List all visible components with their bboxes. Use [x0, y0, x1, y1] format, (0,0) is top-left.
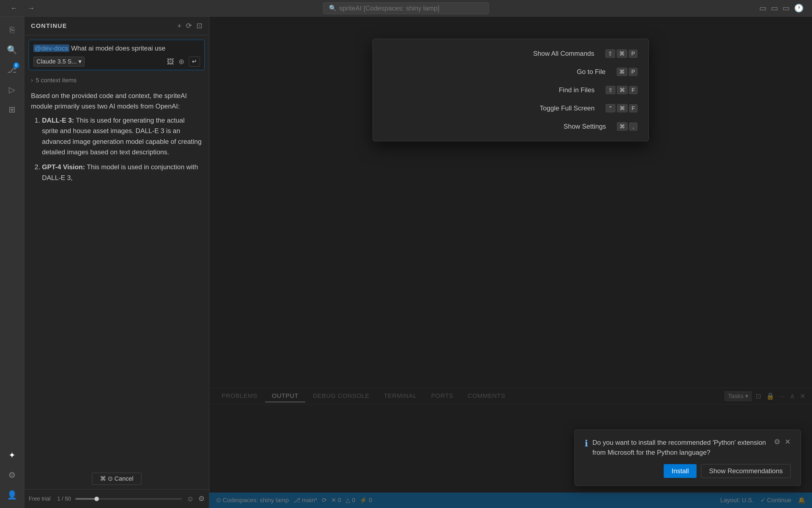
activity-bottom: ✦ ⚙ 👤: [3, 446, 21, 508]
notification-close-button[interactable]: ✕: [785, 437, 791, 446]
key-ctrl: ⌃: [606, 104, 615, 112]
show-recommendations-button[interactable]: Show Recommendations: [701, 464, 791, 478]
command-toggle-fullscreen-keys: ⌃ ⌘ F: [606, 104, 638, 112]
sidebar-header-icons: + ⟳ ⊡: [177, 22, 202, 30]
explorer-icon: ⎘: [10, 25, 15, 35]
item-2-title: GPT-4 Vision:: [42, 163, 87, 171]
info-icon: ℹ: [585, 438, 588, 449]
chat-input-container[interactable]: @dev-docs What ai model does spriteai us…: [29, 40, 205, 70]
key-comma: ,: [629, 123, 638, 131]
notification-settings-button[interactable]: ⚙: [774, 437, 780, 446]
activity-explorer[interactable]: ⎘: [3, 21, 21, 39]
command-palette: Show All Commands ⇧ ⌘ P Go to File ⌘ P F…: [373, 39, 649, 141]
window-icon-1[interactable]: ▭: [759, 4, 766, 13]
activity-search[interactable]: 🔍: [3, 41, 21, 58]
trial-icon-1[interactable]: ☺: [187, 495, 194, 503]
chevron-down-icon: ▾: [78, 58, 81, 65]
notification-text: Do you want to install the recommended '…: [593, 437, 769, 458]
chat-input-footer: Claude 3.5 S... ▾ 🖼 ⊕ ↵: [33, 56, 200, 67]
model-label: Claude 3.5 S...: [36, 58, 77, 65]
image-icon[interactable]: 🖼: [167, 57, 174, 66]
layout-icon[interactable]: ⊡: [196, 22, 202, 30]
settings-icon: ⚙: [8, 470, 16, 480]
message-intro: Based on the provided code and context, …: [31, 91, 202, 112]
command-show-settings-label: Show Settings: [384, 123, 617, 130]
trial-icons: ☺ ⚙: [187, 495, 205, 503]
titlebar-search[interactable]: 🔍: [323, 2, 489, 14]
trial-counter: 1 / 50: [57, 496, 71, 502]
command-item-goto-file[interactable]: Go to File ⌘ P: [373, 63, 649, 81]
window-icon-2[interactable]: ▭: [771, 4, 778, 13]
window-icon-3[interactable]: ▭: [782, 4, 789, 13]
key-f: F: [629, 86, 638, 94]
run-icon: ▷: [9, 85, 15, 94]
titlebar-right-controls: ▭ ▭ ▭ 🕐: [759, 4, 804, 13]
command-goto-file-keys: ⌘ P: [617, 68, 638, 76]
context-items-label: 5 context items: [36, 77, 77, 84]
chat-input-text: @dev-docs What ai model does spriteai us…: [33, 43, 200, 53]
back-button[interactable]: ←: [8, 3, 20, 13]
notification-header: ℹ Do you want to install the recommended…: [585, 437, 791, 458]
command-find-files-label: Find in Files: [384, 86, 606, 94]
context-items[interactable]: › 5 context items: [24, 75, 209, 86]
key-p: P: [629, 68, 638, 76]
send-button[interactable]: ↵: [189, 56, 200, 67]
activity-settings[interactable]: ⚙: [3, 466, 21, 484]
activity-source-control[interactable]: ⎇ 8: [3, 61, 21, 78]
cancel-area: ⌘ ⊙ Cancel: [24, 468, 209, 489]
item-1-title: DALL-E 3:: [42, 117, 76, 124]
activity-extensions[interactable]: ⊞: [3, 100, 21, 118]
command-show-all-label: Show All Commands: [384, 50, 605, 57]
notification-buttons: Install Show Recommendations: [585, 464, 791, 478]
list-item: DALL-E 3: This is used for generating th…: [42, 115, 202, 158]
close-icon: ✕: [785, 437, 791, 446]
search-icon: 🔍: [329, 5, 336, 12]
add-context-icon[interactable]: ⊕: [178, 57, 185, 66]
key-cmd: ⌘: [617, 68, 627, 76]
trial-icon-2[interactable]: ⚙: [198, 495, 205, 503]
install-button[interactable]: Install: [664, 464, 697, 478]
command-item-show-all[interactable]: Show All Commands ⇧ ⌘ P: [373, 44, 649, 63]
activity-copilot[interactable]: ✦: [3, 446, 21, 464]
copilot-icon: ✦: [8, 450, 15, 460]
notification-line2: from Microsoft for the Python language?: [593, 448, 769, 458]
chat-footer-icons: 🖼 ⊕ ↵: [167, 56, 200, 67]
command-show-all-keys: ⇧ ⌘ P: [605, 49, 638, 58]
sidebar-header: CONTINUE + ⟳ ⊡: [24, 16, 209, 35]
chat-messages: Based on the provided code and context, …: [24, 86, 209, 468]
trial-progress-thumb: [94, 497, 99, 501]
command-find-files-keys: ⇧ ⌘ F: [606, 86, 638, 94]
search-input[interactable]: [339, 4, 483, 12]
command-item-find-in-files[interactable]: Find in Files ⇧ ⌘ F: [373, 81, 649, 99]
free-trial-label: Free trial: [29, 496, 50, 502]
forward-button[interactable]: →: [26, 3, 37, 13]
trial-progress-bar[interactable]: [75, 498, 182, 500]
key-cmd: ⌘: [617, 104, 627, 112]
model-selector[interactable]: Claude 3.5 S... ▾: [33, 56, 84, 67]
command-item-toggle-fullscreen[interactable]: Toggle Full Screen ⌃ ⌘ F: [373, 99, 649, 117]
key-cmd: ⌘: [617, 86, 627, 94]
history-icon[interactable]: ⟳: [186, 22, 192, 30]
mention-tag: @dev-docs: [33, 44, 69, 52]
sidebar-title: CONTINUE: [31, 23, 67, 30]
cancel-label: ⌘ ⊙ Cancel: [100, 475, 133, 482]
command-item-show-settings[interactable]: Show Settings ⌘ ,: [373, 117, 649, 135]
gear-icon: ⚙: [774, 437, 780, 446]
search-icon: 🔍: [7, 45, 17, 55]
message-list: DALL-E 3: This is used for generating th…: [31, 115, 202, 183]
activity-account[interactable]: 👤: [3, 486, 21, 504]
list-item: GPT-4 Vision: This model is used in conj…: [42, 162, 202, 183]
activity-run[interactable]: ▷: [3, 81, 21, 98]
cancel-button[interactable]: ⌘ ⊙ Cancel: [92, 473, 141, 485]
notification-popup: ℹ Do you want to install the recommended…: [574, 430, 801, 486]
command-toggle-fullscreen-label: Toggle Full Screen: [384, 104, 606, 112]
source-control-badge: 8: [13, 62, 19, 69]
titlebar-navigation: ← →: [8, 3, 37, 13]
extensions-icon: ⊞: [8, 104, 15, 114]
sidebar: CONTINUE + ⟳ ⊡ @dev-docs What ai model d…: [24, 16, 209, 508]
new-chat-icon[interactable]: +: [177, 22, 181, 30]
activity-bar: ⎘ 🔍 ⎇ 8 ▷ ⊞ ✦ ⚙ 👤: [0, 16, 24, 508]
free-trial-bar: Free trial 1 / 50 ☺ ⚙: [24, 489, 209, 508]
trial-progress-fill: [75, 498, 97, 500]
key-f: F: [629, 104, 638, 112]
